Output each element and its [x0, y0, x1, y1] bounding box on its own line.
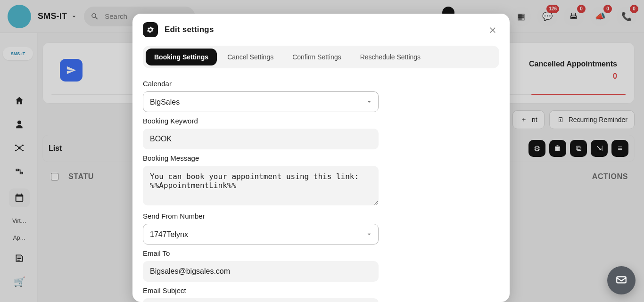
label-booking-message: Booking Message [143, 154, 499, 162]
svg-rect-5 [617, 277, 626, 283]
gear-icon [143, 22, 158, 37]
edit-settings-modal: Edit settings Booking Settings Cancel Se… [132, 14, 510, 302]
tab-reschedule[interactable]: Reschedule Settings [352, 49, 429, 65]
modal-body: Calendar BigSales Booking Keyword Bookin… [132, 68, 510, 302]
email-to-input[interactable] [143, 261, 379, 282]
chat-widget[interactable] [607, 266, 636, 294]
chevron-down-icon [365, 230, 373, 238]
tab-cancel[interactable]: Cancel Settings [219, 49, 282, 65]
close-icon[interactable] [486, 23, 499, 36]
calendar-select[interactable]: BigSales [143, 91, 379, 112]
send-from-select[interactable]: 1747Telynx [143, 224, 379, 245]
label-booking-keyword: Booking Keyword [143, 117, 499, 125]
chevron-down-icon [365, 98, 373, 106]
label-calendar: Calendar [143, 80, 499, 88]
tab-confirm[interactable]: Confirm Settings [284, 49, 349, 65]
modal-title: Edit settings [165, 25, 214, 34]
booking-keyword-input[interactable] [143, 129, 379, 149]
modal-tabs: Booking Settings Cancel Settings Confirm… [143, 46, 499, 68]
label-email-to: Email To [143, 249, 499, 257]
modal-header: Edit settings [132, 14, 510, 46]
label-email-subject: Email Subject [143, 286, 499, 294]
label-send-from: Send From Number [143, 212, 499, 220]
email-subject-input[interactable] [143, 298, 379, 302]
tab-booking[interactable]: Booking Settings [146, 49, 217, 65]
booking-message-input[interactable]: You can book your appointment using this… [143, 166, 379, 205]
